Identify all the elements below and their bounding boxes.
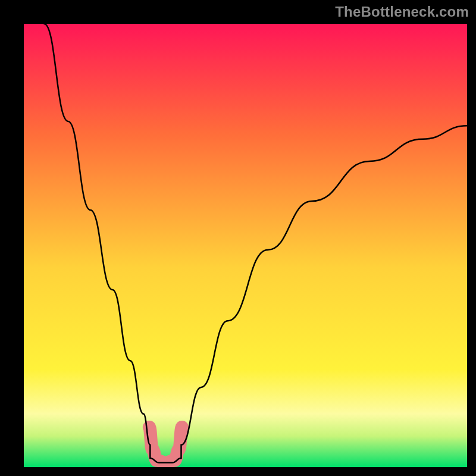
bottleneck-curve-chart: [24, 24, 467, 467]
chart-frame: TheBottleneck.com: [0, 0, 476, 476]
watermark-text: TheBottleneck.com: [335, 4, 469, 20]
plot-area: [24, 24, 467, 467]
gradient-background: [24, 24, 467, 467]
